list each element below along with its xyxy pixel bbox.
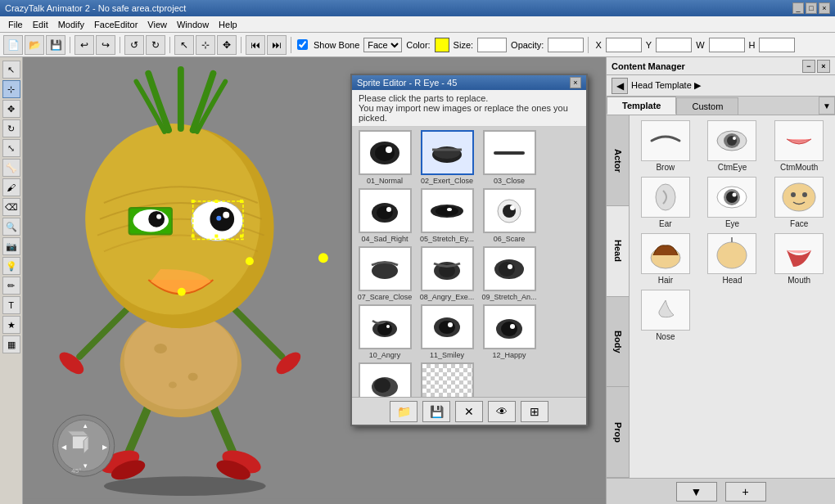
sprite-grid-btn[interactable]: ⊞ [521, 401, 548, 422]
sidebar-tab-actor[interactable]: Actor [607, 115, 629, 206]
cm-thumb-face[interactable] [774, 177, 824, 218]
cm-thumb-eye[interactable] [707, 177, 756, 218]
sprite-thumb-07[interactable] [359, 246, 412, 291]
tool-select[interactable]: ⊹ [2, 80, 20, 98]
tool-path[interactable]: ✏ [2, 277, 20, 295]
tb-select[interactable]: ↖ [174, 35, 194, 55]
sprite-item-03_Close[interactable]: 03_Close [480, 130, 539, 185]
tool-paint[interactable]: 🖌 [2, 178, 20, 196]
sprite-thumb-10[interactable] [359, 304, 412, 349]
sprite-thumb-11[interactable] [421, 304, 474, 349]
tb-frame-prev[interactable]: ⏮ [246, 35, 265, 55]
tool-camera[interactable]: 📷 [2, 237, 20, 255]
maximize-button[interactable]: □ [806, 2, 817, 14]
cm-item-ear[interactable]: Ear [634, 177, 697, 228]
cm-item-mouth[interactable]: Mouth [768, 233, 830, 285]
sprite-preview-btn[interactable]: 👁 [488, 401, 516, 422]
tool-bone[interactable]: 🦴 [2, 159, 20, 177]
sprite-thumb-04[interactable] [359, 188, 412, 233]
sprite-thumb-13[interactable] [359, 362, 412, 397]
sprite-item-04_Sad_Right[interactable]: 04_Sad_Right [355, 188, 414, 243]
cm-thumb-ctmmouth[interactable] [774, 120, 824, 161]
tool-arrow[interactable]: ↖ [2, 61, 20, 79]
cm-thumb-ctmeye[interactable] [707, 120, 756, 161]
sprite-thumb-05[interactable] [421, 188, 474, 233]
cm-item-ctmmouth[interactable]: CtmMouth [768, 120, 830, 172]
y-input[interactable]: 96.9 [656, 38, 692, 52]
sprite-thumb-01[interactable] [359, 130, 412, 175]
sprite-item-13[interactable]: 13_... [355, 362, 414, 397]
show-bone-checkbox[interactable] [297, 39, 308, 50]
bone-type-select[interactable]: Face [363, 38, 402, 52]
menu-help[interactable]: Help [214, 18, 242, 31]
tool-eraser[interactable]: ⌫ [2, 198, 20, 216]
sprite-thumb-02[interactable] [421, 130, 474, 175]
w-input[interactable]: 0.0 [709, 38, 745, 52]
tool-text[interactable]: T [2, 296, 20, 314]
sidebar-tab-head[interactable]: Head [607, 206, 629, 297]
sprite-item-12_Happy[interactable]: 12_Happy [480, 304, 539, 359]
sprite-editor-title[interactable]: Sprite Editor - R Eye - 45 × [352, 75, 586, 90]
cm-item-head[interactable]: Head [702, 233, 764, 285]
cm-close-btn[interactable]: × [817, 60, 830, 73]
tb-save[interactable]: 💾 [46, 35, 65, 55]
sprite-item-07_Scare_Close[interactable]: 07_Scare_Close [355, 246, 414, 301]
tool-sprite[interactable]: ▦ [2, 335, 20, 353]
tool-light[interactable]: 💡 [2, 257, 20, 275]
sprite-thumb-03[interactable] [483, 130, 536, 175]
sprite-item-10_Angry[interactable]: 10_Angry [355, 304, 414, 359]
sprite-save-btn[interactable]: 💾 [422, 401, 450, 422]
tool-move[interactable]: ✥ [2, 100, 20, 118]
menu-edit[interactable]: Edit [28, 18, 53, 31]
cm-thumb-head[interactable] [707, 233, 756, 274]
tool-effect[interactable]: ★ [2, 316, 20, 334]
cm-thumb-mouth[interactable] [774, 233, 824, 274]
cm-thumb-brow[interactable] [641, 120, 690, 161]
sprite-thumb-08[interactable] [421, 246, 474, 291]
cm-thumb-ear[interactable] [641, 177, 690, 218]
sprite-item-11_Smiley[interactable]: 11_Smiley [418, 304, 476, 359]
close-button[interactable]: × [819, 2, 830, 14]
minimize-button[interactable]: _ [792, 2, 804, 14]
color-picker[interactable] [435, 38, 449, 52]
cm-item-hair[interactable]: Hair [634, 233, 697, 285]
menu-view[interactable]: View [142, 18, 172, 31]
tb-new[interactable]: 📄 [3, 35, 23, 55]
cm-thumb-hair[interactable] [641, 233, 690, 274]
tb-rotate-left[interactable]: ↺ [124, 35, 144, 55]
h-input[interactable]: 0.0 [759, 38, 795, 52]
menu-faceeditor[interactable]: FaceEditor [89, 18, 142, 31]
canvas-area[interactable]: FPS: 28.66 [23, 57, 606, 504]
cm-download-btn[interactable]: ▼ [676, 482, 717, 502]
tb-transform[interactable]: ⊹ [196, 35, 215, 55]
sprite-thumb-12[interactable] [483, 304, 536, 349]
sprite-item-01_Normal[interactable]: 01_Normal [355, 130, 414, 185]
menu-modify[interactable]: Modify [53, 18, 89, 31]
sprite-delete-btn[interactable]: ✕ [455, 401, 483, 422]
tb-move[interactable]: ✥ [217, 35, 237, 55]
sprite-item-09_Stretch_An[interactable]: 09_Stretch_An... [480, 246, 539, 301]
sprite-thumb-14[interactable] [421, 362, 474, 397]
x-input[interactable]: -2.3 [606, 38, 642, 52]
cm-thumb-nose[interactable] [641, 290, 690, 331]
menu-window[interactable]: Window [172, 18, 214, 31]
cm-item-ctmeye[interactable]: CtmEye [702, 120, 764, 172]
cm-item-face[interactable]: Face [768, 177, 830, 228]
sprite-import-btn[interactable]: 📁 [390, 401, 418, 422]
tool-zoom[interactable]: 🔍 [2, 218, 20, 236]
cm-back-button[interactable]: ◀ [612, 78, 628, 94]
tool-scale[interactable]: ⤡ [2, 139, 20, 157]
sprite-item-06_Scare[interactable]: 06_Scare [480, 188, 539, 243]
sprite-item-14-empty[interactable] [418, 362, 476, 397]
sprite-thumb-09[interactable] [483, 246, 536, 291]
sprite-thumb-06[interactable] [483, 188, 536, 233]
sprite-grid[interactable]: 01_Normal 02_Exert_Close 03_Close [352, 127, 586, 397]
sidebar-tab-prop[interactable]: Prop [607, 387, 629, 478]
cm-add-btn[interactable]: + [725, 482, 766, 502]
opacity-input[interactable]: 100 [548, 38, 584, 52]
tool-rotate[interactable]: ↻ [2, 119, 20, 137]
sprite-editor-close[interactable]: × [570, 77, 581, 88]
tb-redo[interactable]: ↪ [96, 35, 115, 55]
cm-pin-btn[interactable]: − [802, 60, 815, 73]
cm-item-brow[interactable]: Brow [634, 120, 697, 172]
